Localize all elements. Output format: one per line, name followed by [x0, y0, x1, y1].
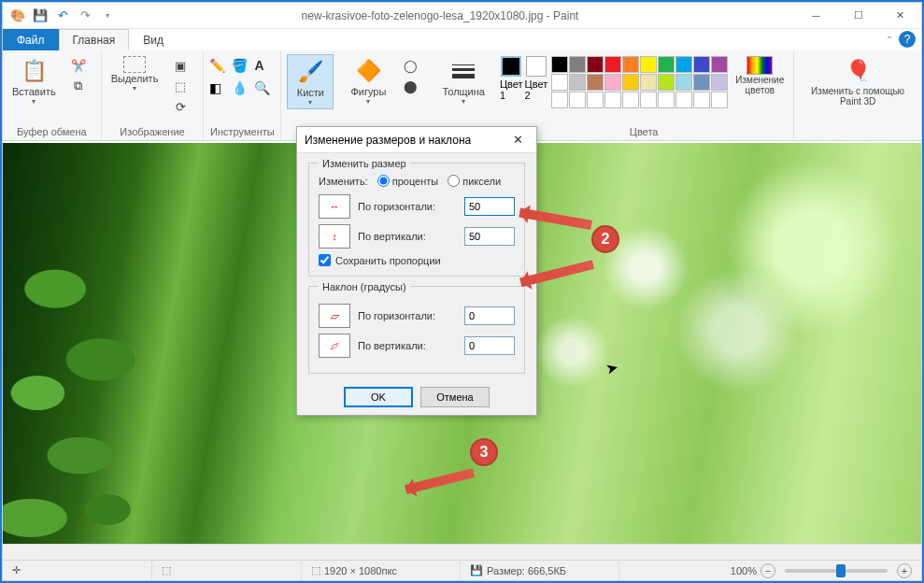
qat-dropdown-icon[interactable]: ▾	[98, 7, 117, 25]
radio-pixels[interactable]: пиксели	[448, 175, 501, 187]
radio-percent[interactable]: проценты	[377, 175, 439, 187]
menu-tabs: Файл Главная Вид ⌃ ?	[3, 29, 921, 50]
color1-button[interactable]: Цвет 1	[500, 54, 523, 101]
color-swatch[interactable]	[640, 74, 657, 91]
thickness-icon	[448, 56, 478, 86]
zoom-out-button[interactable]: −	[761, 563, 775, 578]
cancel-button[interactable]: Отмена	[420, 387, 490, 407]
color-swatch[interactable]	[551, 56, 568, 73]
color-swatch[interactable]	[604, 92, 621, 108]
skew-h-input[interactable]	[464, 306, 515, 325]
color-swatch[interactable]	[551, 74, 568, 91]
color-swatch[interactable]	[622, 56, 639, 73]
color-swatch[interactable]	[711, 74, 728, 91]
paint-window: 🎨 💾 ↶ ↷ ▾ new-krasivoe-foto-zelenogo-les…	[2, 2, 922, 581]
selection-icon: ⬚	[162, 564, 171, 576]
undo-icon[interactable]: ↶	[53, 7, 72, 25]
filesize-cell: 💾Размер: 666,5КБ	[461, 561, 619, 580]
color-swatch[interactable]	[693, 56, 710, 73]
skew-v-input[interactable]	[464, 336, 515, 355]
eraser-icon[interactable]: ◧	[209, 80, 230, 95]
color-swatch[interactable]	[693, 74, 710, 91]
edit-colors-button[interactable]: Изменение цветов	[732, 54, 788, 97]
fillshape-icon[interactable]: ⬤	[401, 77, 419, 95]
color-swatch[interactable]	[640, 92, 657, 108]
group-label: Инструменты	[210, 126, 275, 139]
color2-button[interactable]: Цвет 2	[525, 54, 548, 101]
color-swatch[interactable]	[622, 74, 639, 91]
maximize-button[interactable]: ☐	[837, 3, 879, 29]
dropper-icon[interactable]: 💧	[232, 80, 252, 95]
color-swatch[interactable]	[551, 92, 568, 108]
keep-aspect-checkbox[interactable]	[319, 254, 331, 266]
help-icon[interactable]: ?	[899, 31, 916, 48]
collapse-ribbon-icon[interactable]: ⌃	[886, 35, 893, 45]
color-swatch[interactable]	[587, 92, 604, 108]
resize-fieldset: Изменить размер Изменить: проценты пиксе…	[308, 163, 525, 277]
color-swatch[interactable]	[658, 92, 675, 108]
color-swatch[interactable]	[622, 92, 639, 108]
resize-icon[interactable]: ⬚	[171, 77, 190, 95]
magnifier-icon[interactable]: 🔍	[254, 80, 275, 95]
shapes-button[interactable]: 🔶 Фигуры ▾	[345, 54, 391, 107]
dialog-close-button[interactable]: ✕	[507, 131, 529, 149]
fill-icon[interactable]: 🪣	[232, 58, 252, 73]
zoom-thumb[interactable]	[836, 564, 846, 577]
ok-button[interactable]: OK	[344, 387, 413, 407]
tab-file[interactable]: Файл	[3, 29, 59, 50]
selection-cell: ⬚	[152, 561, 302, 580]
outline-icon[interactable]: ◯	[401, 56, 419, 75]
zoom-in-button[interactable]: +	[897, 563, 912, 578]
color-swatch[interactable]	[587, 74, 604, 91]
statusbar: ✛ ⬚ ⬚1920 × 1080пкс 💾Размер: 666,5КБ 100…	[3, 560, 921, 580]
horizontal-resize-icon: ↔	[319, 194, 350, 219]
horizontal-scrollbar[interactable]	[3, 544, 921, 560]
pencil-icon[interactable]: ✏️	[209, 58, 230, 73]
color-swatch[interactable]	[711, 56, 728, 73]
horizontal-row: ↔ По горизонтали:	[319, 194, 515, 219]
vertical-input[interactable]	[464, 227, 515, 246]
color-swatch[interactable]	[587, 56, 604, 73]
crop-icon[interactable]: ▣	[171, 56, 190, 75]
paste-button[interactable]: 📋 Вставить ▾	[8, 54, 60, 107]
color-swatch[interactable]	[675, 74, 692, 91]
color-swatch[interactable]	[675, 92, 692, 108]
keep-aspect-row[interactable]: Сохранить пропорции	[319, 254, 515, 266]
save-icon[interactable]: 💾	[31, 7, 50, 25]
skew-v-row: ▱ По вертикали:	[319, 334, 515, 358]
rotate-icon[interactable]: ⟳	[171, 97, 190, 116]
cut-icon[interactable]: ✂️	[69, 56, 88, 75]
tab-home[interactable]: Главная	[59, 29, 130, 50]
resize-skew-dialog: Изменение размеров и наклона ✕ Изменить …	[296, 126, 537, 416]
color2-swatch	[526, 56, 547, 77]
color-swatch[interactable]	[604, 56, 621, 73]
close-button[interactable]: ✕	[879, 3, 921, 29]
paint3d-button[interactable]: 🎈 Изменить с помощью Paint 3D	[800, 54, 916, 108]
color-swatch[interactable]	[711, 92, 728, 108]
horizontal-input[interactable]	[464, 197, 515, 216]
text-icon[interactable]: A	[254, 58, 275, 73]
tab-view[interactable]: Вид	[129, 29, 178, 50]
size-button[interactable]: Толщина ▾	[438, 54, 489, 107]
color-swatch[interactable]	[569, 74, 586, 91]
color-swatch[interactable]	[693, 92, 710, 108]
palette-icon	[746, 56, 773, 75]
color-swatch[interactable]	[640, 56, 657, 73]
group-tools: ✏️ 🪣 A ◧ 💧 🔍 Инструменты	[204, 50, 281, 140]
brushes-button[interactable]: 🖌️ Кисти ▾	[287, 54, 334, 109]
copy-icon[interactable]: ⧉	[69, 77, 88, 95]
color-swatch[interactable]	[604, 74, 621, 91]
skew-fieldset: Наклон (градусы) ▱ По горизонтали: ▱ По …	[308, 286, 525, 374]
zoom-slider[interactable]	[785, 569, 888, 573]
color-swatch[interactable]	[658, 56, 675, 73]
skew-h-row: ▱ По горизонтали:	[319, 304, 515, 328]
color-swatch[interactable]	[658, 74, 675, 91]
color-swatch[interactable]	[675, 56, 692, 73]
color-swatch[interactable]	[569, 92, 586, 108]
minimize-button[interactable]: ─	[795, 3, 837, 29]
chevron-down-icon: ▾	[366, 97, 370, 106]
redo-icon[interactable]: ↷	[76, 7, 94, 25]
select-button[interactable]: Выделить ▾	[107, 54, 163, 94]
cursor-pos-cell: ✛	[3, 561, 152, 580]
color-swatch[interactable]	[569, 56, 586, 73]
